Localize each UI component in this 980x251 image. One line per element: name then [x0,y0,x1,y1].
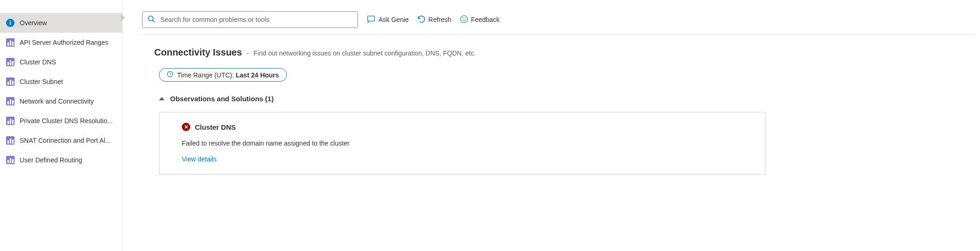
svg-point-4 [463,18,463,18]
feedback-label: Feedback [471,16,500,23]
sidebar-item-label: Cluster DNS [20,58,56,66]
sidebar-item-label: Cluster Subnet [20,78,63,85]
search-input-wrap[interactable] [142,11,358,28]
sidebar-item-network-and-connectivity[interactable]: Network and Connectivity [0,91,122,111]
svg-point-5 [465,18,465,18]
sidebar: i Overview API Server Authorized Ranges … [0,0,122,251]
sidebar-item-snat-connection-and-port-allocation[interactable]: SNAT Connection and Port Al... [0,131,122,150]
main: Ask Genie Refresh Feed [122,0,980,251]
bar-chart-icon [6,97,15,106]
time-range-value: Last 24 Hours [236,71,279,79]
bar-chart-icon [6,57,15,67]
sidebar-item-label: Private Cluster DNS Resolutio... [20,117,113,125]
bar-chart-icon [6,77,15,86]
content: Connectivity Issues - Find out networkin… [142,35,975,174]
sidebar-item-label: SNAT Connection and Port Al... [20,137,111,144]
bar-chart-icon [6,116,15,126]
svg-point-0 [148,16,153,21]
bar-chart-icon [6,136,15,145]
ask-genie-button[interactable]: Ask Genie [366,14,409,25]
issue-title: Cluster DNS [195,123,236,131]
time-range-label: Time Range (UTC): [177,71,236,79]
bar-chart-icon [6,155,15,165]
clock-icon [167,71,173,79]
error-icon: ✕ [182,123,190,131]
issue-card-header: ✕ Cluster DNS [182,123,743,131]
view-details-link[interactable]: View details [182,155,743,163]
bar-chart-icon [6,38,15,47]
sidebar-item-label: Network and Connectivity [20,98,94,105]
observations-label: Observations and Solutions (1) [170,95,274,103]
page-title-row: Connectivity Issues - Find out networkin… [154,47,975,58]
issue-detail: Failed to resolve the domain name assign… [182,139,743,147]
time-range-selector[interactable]: Time Range (UTC): Last 24 Hours [159,68,287,82]
sidebar-item-cluster-subnet[interactable]: Cluster Subnet [0,72,122,91]
toolbar: Ask Genie Refresh Feed [142,11,975,35]
sidebar-item-cluster-dns[interactable]: Cluster DNS [0,52,122,72]
page-title: Connectivity Issues [154,47,242,58]
info-icon: i [6,18,15,28]
sidebar-item-api-server-authorized-ranges[interactable]: API Server Authorized Ranges [0,33,122,52]
sidebar-collapse-caret[interactable] [121,14,125,21]
refresh-icon [417,15,426,25]
page-description: Find out networking issues on cluster su… [254,49,476,57]
page-desc-separator: - [247,49,249,57]
svg-point-3 [460,15,467,22]
search-icon [147,15,156,25]
chat-icon [366,14,376,25]
observations-section-header[interactable]: Observations and Solutions (1) [159,95,975,103]
svg-rect-2 [368,16,375,21]
sidebar-item-label: API Server Authorized Ranges [20,39,108,46]
issue-card: ✕ Cluster DNS Failed to resolve the doma… [159,112,765,174]
ask-genie-label: Ask Genie [379,16,409,23]
chevron-up-icon [159,97,165,100]
sidebar-item-user-defined-routing[interactable]: User Defined Routing [0,150,122,170]
refresh-label: Refresh [429,16,451,23]
smiley-icon [460,15,468,25]
sidebar-item-private-cluster-dns-resolution[interactable]: Private Cluster DNS Resolutio... [0,111,122,131]
svg-line-1 [152,20,155,22]
refresh-button[interactable]: Refresh [417,15,451,25]
sidebar-item-label: Overview [20,19,47,27]
search-input[interactable] [159,15,353,24]
sidebar-item-label: User Defined Routing [20,156,82,164]
sidebar-item-overview[interactable]: i Overview [0,13,122,33]
feedback-button[interactable]: Feedback [460,15,500,25]
